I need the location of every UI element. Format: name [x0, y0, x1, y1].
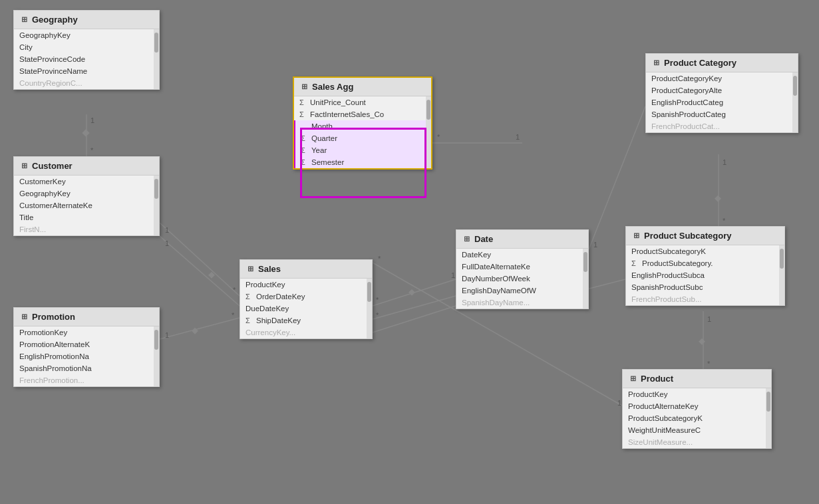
svg-line-17 [373, 279, 456, 306]
table-icon: ⊞ [19, 162, 29, 171]
product-category-table-header: ⊞ Product Category [646, 54, 798, 72]
table-row: SpanishDayName... [456, 297, 588, 309]
table-icon: ⊞ [651, 59, 661, 68]
svg-text:1: 1 [165, 239, 169, 247]
table-row: ΣUnitPrice_Count [294, 96, 431, 108]
table-row: ΣFactInternetSales_Co [294, 108, 431, 120]
svg-line-10 [160, 318, 240, 339]
svg-text:1: 1 [165, 226, 169, 234]
svg-line-23 [373, 306, 456, 332]
table-row: DueDateKey [240, 303, 372, 315]
product-table-header: ⊞ Product [623, 370, 771, 388]
svg-rect-20 [409, 289, 415, 296]
table-row: WeightUnitMeasureC [623, 424, 771, 436]
table-icon: ⊞ [246, 265, 255, 274]
sales-agg-table-header: ⊞ Sales Agg [294, 78, 431, 96]
table-row: EnglishProductCateg [646, 96, 798, 108]
svg-rect-29 [715, 195, 721, 202]
table-row: Title [14, 211, 159, 223]
svg-rect-33 [699, 338, 705, 345]
svg-text:1: 1 [593, 241, 597, 249]
geography-table-header: ⊞ Geography [14, 11, 159, 29]
table-row: SpanishPromotionNa [14, 362, 159, 374]
promotion-table-header: ⊞ Promotion [14, 308, 159, 326]
table-icon: ⊞ [628, 374, 637, 384]
table-row: SizeUnitMeasure... [623, 436, 771, 448]
svg-text:1: 1 [165, 331, 169, 339]
product-subcategory-table[interactable]: ⊞ Product Subcategory ProductSubcategory… [625, 226, 785, 306]
svg-text:1: 1 [90, 116, 94, 124]
table-row: EnglishPromotionNa [14, 350, 159, 362]
table-row: ΣOrderDateKey [240, 291, 372, 303]
table-icon: ⊞ [631, 231, 641, 241]
table-row: SpanishProductCateg [646, 108, 798, 120]
table-row: StateProvinceCode [14, 53, 159, 65]
product-table[interactable]: ⊞ Product ProductKey ProductAlternateKey… [622, 369, 772, 449]
table-row: City [14, 41, 159, 53]
svg-text:1: 1 [707, 315, 711, 323]
table-row: FullDateAlternateKe [456, 261, 588, 273]
product-subcategory-table-header: ⊞ Product Subcategory [626, 227, 784, 245]
svg-text:*: * [376, 311, 379, 319]
svg-text:*: * [723, 217, 726, 225]
table-row: StateProvinceName [14, 65, 159, 77]
table-row: PromotionKey [14, 326, 159, 338]
table-row: ProductKey [240, 279, 372, 291]
svg-text:*: * [376, 296, 379, 304]
sales-table-header: ⊞ Sales [240, 260, 372, 279]
table-row: FrenchProductSub... [626, 293, 784, 305]
table-row: DateKey [456, 249, 588, 261]
table-row: SpanishProductSubc [626, 281, 784, 293]
table-row: ΣQuarter [294, 132, 431, 144]
table-row: ΣSemester [294, 156, 431, 168]
table-row: CustomerKey [14, 176, 159, 188]
table-row: FrenchPromotion... [14, 374, 159, 386]
date-table[interactable]: ⊞ Date DateKey FullDateAlternateKe DayNu… [456, 229, 589, 309]
svg-text:*: * [378, 255, 381, 263]
svg-line-21 [373, 296, 456, 319]
table-row: GeographyKey [14, 29, 159, 41]
sales-agg-table[interactable]: ⊞ Sales Agg ΣUnitPrice_Count ΣFactIntern… [293, 76, 432, 170]
table-row: DayNumberOfWeek [456, 273, 588, 285]
table-row: ProductCategoryAlte [646, 84, 798, 96]
table-row: ΣProductSubcategory. [626, 257, 784, 269]
table-row: ProductKey [623, 388, 771, 400]
canvas: 1 * 1 * 1 1 * * 1 * 1 * 1 [0, 0, 819, 504]
svg-text:*: * [437, 133, 440, 141]
product-category-table[interactable]: ⊞ Product Category ProductCategoryKey Pr… [645, 53, 798, 133]
table-row: FrenchProductCat... [646, 120, 798, 132]
svg-text:*: * [233, 286, 236, 294]
table-icon: ⊞ [299, 82, 309, 92]
svg-rect-1 [82, 129, 89, 136]
table-row: ProductSubcategoryK [626, 245, 784, 257]
customer-table-header: ⊞ Customer [14, 157, 159, 176]
svg-line-4 [160, 223, 240, 296]
table-row: ProductAlternateKey [623, 400, 771, 412]
sales-table[interactable]: ⊞ Sales ProductKey ΣOrderDateKey DueDate… [240, 259, 373, 339]
table-row: GeographyKey [14, 188, 159, 199]
table-row: Month [294, 120, 431, 132]
svg-text:1: 1 [451, 271, 455, 279]
svg-text:*: * [232, 311, 235, 319]
svg-text:1: 1 [617, 399, 621, 407]
svg-text:*: * [90, 146, 94, 154]
svg-text:1: 1 [723, 158, 727, 166]
promotion-table[interactable]: ⊞ Promotion PromotionKey PromotionAltern… [13, 307, 160, 387]
table-row: CountryRegionC... [14, 77, 159, 89]
table-row: ΣYear [294, 144, 431, 156]
geography-table[interactable]: ⊞ Geography GeographyKey City StateProvi… [13, 10, 160, 90]
svg-rect-7 [208, 272, 215, 279]
table-icon: ⊞ [19, 313, 29, 322]
table-row: ΣShipDateKey [240, 315, 372, 326]
table-row: ProductSubcategoryK [623, 412, 771, 424]
svg-text:*: * [707, 360, 711, 368]
customer-table[interactable]: ⊞ Customer CustomerKey GeographyKey Cust… [13, 156, 160, 236]
date-table-header: ⊞ Date [456, 230, 588, 249]
table-row: CurrencyKey... [240, 326, 372, 338]
table-row: EnglishDayNameOfW [456, 285, 588, 297]
table-icon: ⊞ [462, 235, 471, 244]
table-icon: ⊞ [19, 15, 29, 25]
table-row: PromotionAlternateK [14, 338, 159, 350]
svg-text:1: 1 [516, 133, 520, 141]
table-row: EnglishProductSubca [626, 269, 784, 281]
